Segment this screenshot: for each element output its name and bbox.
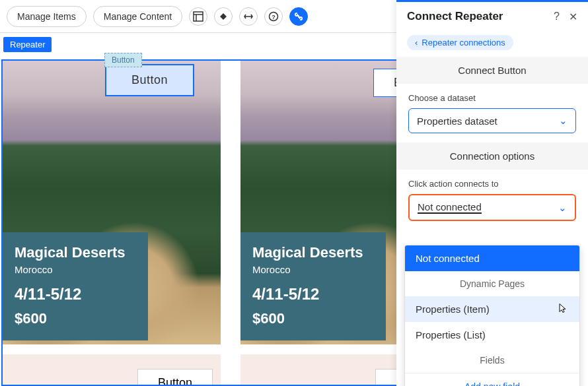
panel-title: Connect Repeater — [407, 10, 503, 23]
stretch-icon[interactable] — [239, 7, 258, 26]
connect-data-icon[interactable] — [289, 7, 308, 26]
connect-panel: Connect Repeater ? ✕ ‹ Repeater connecti… — [396, 0, 588, 386]
dataset-block: Choose a dataset Properties dataset ⌄ — [396, 84, 588, 143]
card-info-overlay: Magical Deserts Morocco 4/11-5/12 $600 — [240, 232, 386, 340]
card-title: Magical Deserts — [15, 244, 136, 261]
click-action-dropdown: Not connected Dynamic Pages Properties (… — [404, 245, 580, 386]
manage-content-button[interactable]: Manage Content — [93, 6, 183, 27]
card-title: Magical Deserts — [252, 244, 374, 261]
card-button-selected[interactable]: Button — [105, 64, 194, 96]
section-connection-options: Connection options — [396, 143, 588, 170]
animation-icon[interactable] — [214, 7, 233, 26]
dataset-label: Choose a dataset — [408, 93, 576, 103]
card-button[interactable]: Button — [137, 369, 213, 386]
card-info-overlay: Magical Deserts Morocco 4/11-5/12 $600 — [3, 232, 148, 340]
dropdown-group-dynamic: Dynamic Pages — [405, 271, 579, 296]
card-dates: 4/11-5/12 — [15, 285, 136, 304]
action-block: Click action connects to Not connected ⌄ — [396, 170, 588, 230]
manage-items-button[interactable]: Manage Items — [7, 6, 87, 27]
repeater-item[interactable]: Button Magical Deserts Morocco 4/11-5/12… — [3, 61, 221, 344]
repeater-badge: Repeater — [3, 37, 52, 52]
dropdown-option-properties-list[interactable]: Properties (List) — [405, 322, 579, 348]
dropdown-option-label: Properties (Item) — [416, 304, 490, 315]
button-badge: Button — [104, 53, 142, 67]
card-location: Morocco — [15, 264, 136, 275]
chevron-down-icon: ⌄ — [558, 202, 567, 214]
chevron-left-icon: ‹ — [415, 38, 418, 48]
back-link[interactable]: ‹ Repeater connections — [407, 35, 513, 50]
card-price: $600 — [15, 310, 136, 327]
action-label: Click action connects to — [408, 179, 576, 189]
help-icon[interactable]: ? — [264, 7, 283, 26]
card-price: $600 — [252, 310, 374, 327]
add-new-field-link[interactable]: Add new field — [405, 373, 579, 386]
svg-rect-0 — [194, 12, 203, 21]
cursor-icon — [557, 302, 568, 316]
back-link-label: Repeater connections — [422, 38, 505, 48]
panel-help-icon[interactable]: ? — [554, 11, 560, 23]
svg-text:?: ? — [272, 13, 276, 20]
chevron-down-icon: ⌄ — [559, 115, 568, 127]
repeater-item[interactable]: Button — [3, 354, 221, 386]
dataset-value: Properties dataset — [417, 115, 497, 127]
card-dates: 4/11-5/12 — [252, 285, 374, 304]
section-connect-button: Connect Button — [396, 57, 588, 84]
click-action-select[interactable]: Not connected ⌄ — [408, 194, 576, 221]
card-location: Morocco — [252, 264, 374, 275]
panel-header: Connect Repeater ? ✕ — [396, 2, 588, 31]
panel-close-icon[interactable]: ✕ — [569, 11, 577, 23]
layout-icon[interactable] — [189, 7, 207, 26]
dropdown-option-properties-item[interactable]: Properties (Item) — [405, 296, 579, 322]
click-action-value: Not connected — [418, 201, 482, 214]
dataset-select[interactable]: Properties dataset ⌄ — [408, 108, 576, 133]
dropdown-option-not-connected[interactable]: Not connected — [405, 245, 579, 271]
dropdown-group-fields: Fields — [405, 348, 579, 373]
